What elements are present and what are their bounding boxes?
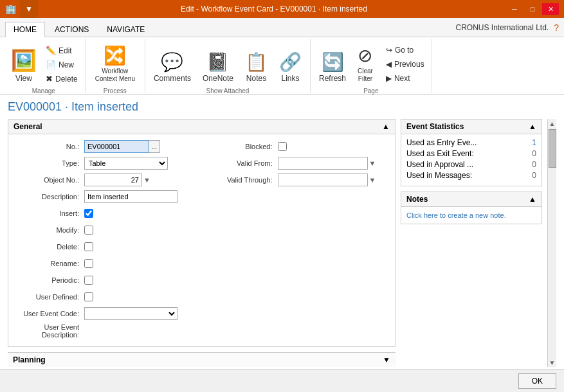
previous-icon: ◀ (386, 60, 392, 69)
scroll-up-btn[interactable]: ▲ (548, 119, 557, 128)
type-row: Type: Table Page Report (14, 156, 197, 170)
periodic-checkbox[interactable] (84, 276, 93, 285)
rename-checkbox[interactable] (84, 259, 93, 268)
next-icon: ▶ (386, 74, 392, 83)
right-fields: Blocked: Valid From: ▼ (207, 139, 390, 341)
delete-button[interactable]: ✖ Delete (42, 72, 81, 85)
valid-through-input[interactable] (278, 174, 368, 186)
ribbon-bar: 🖼️ View ✏️ Edit 📄 New ✖ Delete Manage (0, 37, 564, 95)
onenote-button[interactable]: 📓 OneNote (198, 41, 238, 86)
page-content: EV000001 · Item inserted General ▲ No.: (0, 95, 564, 369)
delete-checkbox[interactable] (84, 242, 93, 251)
manage-group-label: Manage (6, 86, 81, 94)
stat-row-0: Used as Entry Eve... 1 (406, 138, 536, 147)
object-no-indicator: ▼ (143, 176, 150, 184)
object-no-input[interactable] (84, 174, 142, 186)
tab-actions[interactable]: ACTIONS (46, 22, 97, 37)
general-collapse-btn[interactable]: ▲ (382, 122, 390, 131)
notes-icon: 📋 (245, 51, 268, 73)
modify-checkbox[interactable] (84, 226, 93, 235)
event-statistics-header: Event Statistics ▲ (401, 120, 541, 134)
maximize-btn[interactable]: □ (524, 3, 541, 15)
blocked-checkbox[interactable] (278, 142, 287, 151)
no-input-group: ... (84, 140, 160, 153)
general-card-header: General ▲ (8, 120, 395, 134)
no-label: No.: (14, 143, 84, 150)
onenote-icon: 📓 (206, 51, 229, 73)
valid-from-label: Valid From: (207, 159, 278, 167)
ribbon-tabs: HOME ACTIONS NAVIGATE (5, 18, 154, 37)
object-no-label: Object No.: (14, 176, 84, 184)
bottom-bar: OK (0, 369, 564, 392)
notes-button[interactable]: 📋 Notes (241, 41, 272, 86)
goto-button[interactable]: ↪ Go to (383, 44, 428, 57)
user-event-desc-row: User Event Description: (14, 323, 197, 339)
event-statistics-body: Used as Entry Eve... 1 Used as Exit Even… (401, 134, 541, 186)
description-label: Description: (14, 193, 84, 200)
notes-collapse-btn[interactable]: ▲ (529, 195, 536, 204)
valid-through-label: Valid Through: (207, 176, 278, 184)
general-card-body: No.: ... Type: Table Page (8, 134, 395, 346)
app-icon: 🏢 (5, 4, 16, 14)
refresh-button[interactable]: 🔄 Refresh (314, 41, 350, 86)
scroll-down-btn[interactable]: ▼ (548, 358, 557, 367)
new-button[interactable]: 📄 New (42, 58, 81, 71)
stat-row-2: Used in Approval ... 0 (406, 160, 536, 169)
user-event-code-label: User Event Code: (14, 310, 84, 317)
planning-collapse-btn[interactable]: ▼ (383, 355, 390, 364)
links-icon: 🔗 (279, 51, 302, 73)
stat-row-3: Used in Messages: 0 (406, 171, 536, 180)
blocked-label: Blocked: (207, 143, 278, 150)
insert-checkbox[interactable] (84, 209, 93, 218)
comments-icon: 💬 (161, 51, 183, 73)
ok-button[interactable]: OK (518, 373, 556, 389)
type-select[interactable]: Table Page Report (84, 157, 168, 170)
rename-label: Rename: (14, 260, 84, 267)
user-defined-row: User Defined: (14, 290, 197, 304)
process-group-label: Process (89, 86, 141, 94)
next-button[interactable]: ▶ Next (383, 72, 428, 85)
view-button[interactable]: 🖼️ View (6, 41, 41, 86)
delete-icon: ✖ (46, 74, 53, 84)
company-name: CRONUS International Ltd. (455, 23, 549, 32)
planning-section: Planning ▼ (8, 352, 396, 367)
tab-navigate[interactable]: NAVIGATE (98, 22, 153, 37)
insert-row: Insert: (14, 206, 197, 220)
workflow-context-menu-button[interactable]: 🔀 WorkflowContext Menu (89, 41, 141, 86)
rename-row: Rename: (14, 256, 197, 271)
right-panel: Event Statistics ▲ Used as Entry Eve... … (401, 119, 542, 367)
valid-from-dropdown[interactable]: ▼ (369, 159, 376, 167)
valid-from-input[interactable] (278, 157, 368, 170)
comments-button[interactable]: 💬 Comments (149, 41, 196, 86)
valid-through-row: Valid Through: ▼ (207, 173, 390, 187)
notes-panel-header: Notes ▲ (401, 192, 541, 207)
help-btn[interactable]: ? (554, 22, 559, 33)
workflow-icon: 🔀 (104, 45, 126, 66)
notes-panel-body: Click here to create a new note. (401, 207, 541, 224)
previous-button[interactable]: ◀ Previous (383, 58, 428, 71)
delete-row: Delete: (14, 240, 197, 254)
window-title: Edit - Workflow Event Card - EV000001 · … (42, 4, 506, 13)
links-button[interactable]: 🔗 Links (275, 41, 306, 86)
page-group-label: Page (314, 86, 428, 94)
ribbon-dropdown-btn[interactable]: ▼ (20, 0, 38, 18)
event-statistics-card: Event Statistics ▲ Used as Entry Eve... … (401, 119, 542, 186)
minimize-btn[interactable]: ─ (506, 3, 523, 15)
periodic-label: Periodic: (14, 276, 84, 284)
notes-panel: Notes ▲ Click here to create a new note. (401, 192, 542, 224)
close-btn[interactable]: ✕ (542, 3, 559, 15)
no-row: No.: ... (14, 139, 197, 154)
edit-button[interactable]: ✏️ Edit (42, 44, 81, 57)
stats-collapse-btn[interactable]: ▲ (529, 122, 536, 131)
no-ellipsis-btn[interactable]: ... (149, 140, 160, 153)
no-input[interactable] (84, 140, 149, 153)
scroll-thumb[interactable] (549, 129, 556, 168)
description-input[interactable] (84, 190, 177, 203)
tab-home[interactable]: HOME (5, 22, 45, 37)
user-defined-checkbox[interactable] (84, 292, 93, 301)
clear-filter-button[interactable]: ⊘ ClearFilter (353, 41, 378, 86)
user-event-code-select[interactable] (84, 307, 177, 320)
create-note-link[interactable]: Click here to create a new note. (406, 211, 506, 219)
valid-through-dropdown[interactable]: ▼ (369, 176, 376, 184)
user-event-desc-label: User Event Description: (14, 323, 84, 339)
